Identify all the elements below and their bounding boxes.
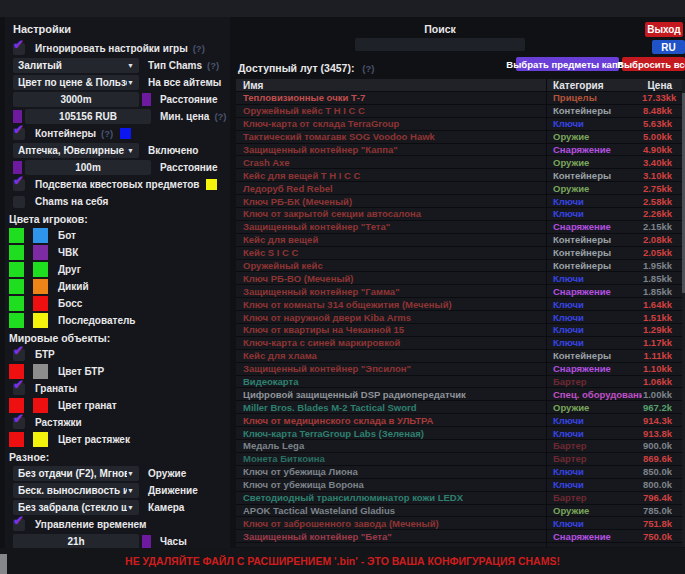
- table-row[interactable]: ВидеокартаБартер1.06kk: [236, 376, 685, 389]
- color-swatch[interactable]: [33, 279, 48, 294]
- search-input[interactable]: [355, 38, 525, 51]
- table-row[interactable]: Ключ от медицинского склада в УЛЬТРАКлюч…: [236, 414, 685, 427]
- help-icon[interactable]: (?): [101, 128, 113, 139]
- dropdown-value: Без забрала (стекло шлема): [18, 502, 127, 513]
- color-swatch[interactable]: [142, 535, 151, 548]
- exit-button[interactable]: Выход: [645, 22, 683, 37]
- table-row[interactable]: Защищенный контейнер "Гамма"Снаряжение1.…: [236, 285, 685, 298]
- control-label: Оружие: [148, 468, 186, 479]
- color-swatch[interactable]: [9, 279, 24, 294]
- text-input[interactable]: 21h: [13, 534, 139, 548]
- color-swatch[interactable]: [9, 245, 24, 260]
- table-row[interactable]: Светодиодный трансиллюминатор кожи LEDXБ…: [236, 492, 685, 505]
- color-swatch[interactable]: [33, 296, 48, 311]
- table-row[interactable]: Медаль LegaБартер900.0k: [236, 440, 685, 453]
- text-input[interactable]: 100m: [25, 160, 151, 175]
- checkbox[interactable]: ✔: [13, 349, 25, 361]
- table-row[interactable]: Кейс для вещейКонтейнеры2.08kk: [236, 234, 685, 247]
- color-swatch[interactable]: [33, 398, 48, 413]
- select-kappa-items-button[interactable]: Выбрать предметы каппа: [516, 57, 619, 71]
- table-row[interactable]: APOK Tactical Wasteland GladiusОружие785…: [236, 505, 685, 518]
- config-warning-text: НЕ УДАЛЯЙТЕ ФАЙЛ С РАСШИРЕНИЕМ '.bin' - …: [125, 555, 560, 567]
- table-row[interactable]: Монета БиткоинаБартер869.6k: [236, 453, 685, 466]
- checkbox-label: Подсветка квестовых предметов: [35, 179, 199, 190]
- table-row[interactable]: Защищенный контейнер "Бета"Снаряжение750…: [236, 530, 685, 543]
- dropdown[interactable]: Аптечка, Ювелирные и...▼: [13, 143, 139, 158]
- table-row[interactable]: Ключ от убежища ВоронаКлючи800.0k: [236, 479, 685, 492]
- drop-all-button[interactable]: Выбросить все: [622, 57, 685, 71]
- column-header-category[interactable]: Категория: [546, 79, 642, 91]
- checkbox[interactable]: ✔: [13, 417, 25, 429]
- item-price: 1.85kk: [642, 286, 685, 297]
- dropdown[interactable]: Беск. выносливость и нет уста▼: [13, 483, 139, 498]
- table-row[interactable]: Crash AxeОружие3.40kk: [236, 156, 685, 169]
- help-icon[interactable]: (?): [207, 60, 219, 71]
- color-swatch[interactable]: [33, 432, 48, 447]
- color-swatch[interactable]: [33, 364, 48, 379]
- color-swatch[interactable]: [9, 228, 24, 243]
- checkbox[interactable]: ✔: [13, 43, 25, 55]
- table-row[interactable]: Ледоруб Red RebelОружие2.75kk: [236, 182, 685, 195]
- table-row[interactable]: Miller Bros. Blades M-2 Tactical SwordОр…: [236, 401, 685, 414]
- table-row[interactable]: Ключ от убежища ЛионаКлючи850.0k: [236, 466, 685, 479]
- table-row[interactable]: Защищенный контейнер "Каппа"Снаряжение4.…: [236, 144, 685, 157]
- text-input[interactable]: 3000m: [13, 92, 139, 107]
- dropdown[interactable]: Без отдачи (F2), Мгновенное п▼: [13, 466, 139, 481]
- table-row[interactable]: Тепловизионные очки Т-7Прицелы17.33kk: [236, 92, 685, 105]
- text-input[interactable]: 105156 RUB: [25, 109, 151, 124]
- color-swatch[interactable]: [120, 128, 131, 139]
- checkbox[interactable]: ✔: [13, 383, 25, 395]
- table-row[interactable]: Ключ от квартиры на Чеканной 15Ключи1.29…: [236, 324, 685, 337]
- table-row[interactable]: Ключ РБ-БК (Меченый)Ключи2.58kk: [236, 195, 685, 208]
- color-swatch[interactable]: [33, 262, 48, 277]
- checkbox-row: ✔Подсветка квестовых предметов: [5, 176, 230, 193]
- checkbox[interactable]: ✔: [13, 519, 25, 531]
- color-swatch[interactable]: [33, 228, 48, 243]
- table-row[interactable]: Ключ-карта с синей маркировкойКлючи1.17k…: [236, 337, 685, 350]
- table-row[interactable]: Тактический томагавк SOG Voodoo HawkОруж…: [236, 131, 685, 144]
- table-row[interactable]: Оружейный кейсКонтейнеры1.95kk: [236, 260, 685, 273]
- table-row[interactable]: [236, 543, 685, 547]
- help-icon[interactable]: (?): [362, 63, 374, 74]
- dropdown[interactable]: Цвет по цене & Пользователь▼: [13, 75, 139, 90]
- checkbox[interactable]: ✔: [13, 128, 25, 140]
- table-row[interactable]: Цифровой защищенный DSP радиопередатчикС…: [236, 388, 685, 401]
- checkbox[interactable]: ✔: [13, 179, 25, 191]
- dropdown[interactable]: Без забрала (стекло шлема)▼: [13, 500, 139, 515]
- table-row[interactable]: Ключ от заброшенного завода (Меченый)Клю…: [236, 517, 685, 530]
- item-name: Защищенный контейнер "Каппа": [236, 144, 546, 155]
- checkbox[interactable]: [13, 196, 25, 208]
- color-swatch[interactable]: [33, 245, 48, 260]
- checkmark-icon: ✔: [13, 38, 24, 51]
- column-header-name[interactable]: Имя: [236, 80, 546, 91]
- control-label: Часы: [160, 536, 187, 547]
- table-row[interactable]: Кейс S I C CКонтейнеры2.05kk: [236, 247, 685, 260]
- color-swatch[interactable]: [9, 313, 24, 328]
- table-row[interactable]: Ключ РБ-ВО (Меченый)Ключи1.85kk: [236, 272, 685, 285]
- color-swatch[interactable]: [142, 93, 151, 106]
- item-price: 914.3k: [642, 415, 685, 426]
- language-button[interactable]: RU: [652, 40, 685, 54]
- color-swatch[interactable]: [206, 179, 217, 190]
- table-row[interactable]: Кейс для хламаКонтейнеры1.11kk: [236, 350, 685, 363]
- color-swatch[interactable]: [9, 296, 24, 311]
- color-swatch[interactable]: [9, 262, 24, 277]
- table-row[interactable]: Ключ от наружной двери Kiba ArmsКлючи1.5…: [236, 311, 685, 324]
- color-swatch[interactable]: [9, 432, 24, 447]
- help-icon[interactable]: (?): [193, 43, 205, 54]
- color-swatch[interactable]: [33, 313, 48, 328]
- help-icon[interactable]: (?): [214, 111, 226, 122]
- table-row[interactable]: Ключ-карта TerraGroup Labs (Зеленая)Ключ…: [236, 427, 685, 440]
- column-header-price[interactable]: Цена: [642, 80, 685, 91]
- table-row[interactable]: Оружейный кейс T H I C CКонтейнеры8.48kk: [236, 105, 685, 118]
- table-row[interactable]: Ключ от комнаты 314 общежития (Меченый)К…: [236, 298, 685, 311]
- table-row[interactable]: Защищенный контейнер "Эпсилон"Снаряжение…: [236, 363, 685, 376]
- table-row[interactable]: Ключ-карта от склада TerraGroupКлючи5.63…: [236, 118, 685, 131]
- checkbox-label: Гранаты: [35, 383, 77, 394]
- table-row[interactable]: Ключ от закрытой секции автосалонаКлючи2…: [236, 208, 685, 221]
- item-price: 900.0k: [642, 440, 685, 451]
- table-row[interactable]: Кейс для вещей T H I C CКонтейнеры3.10kk: [236, 169, 685, 182]
- table-row[interactable]: Защищенный контейнер "Тета"Снаряжение2.1…: [236, 221, 685, 234]
- dropdown[interactable]: Залитый▼: [13, 58, 139, 73]
- input-row: 3000mРасстояние: [5, 91, 230, 108]
